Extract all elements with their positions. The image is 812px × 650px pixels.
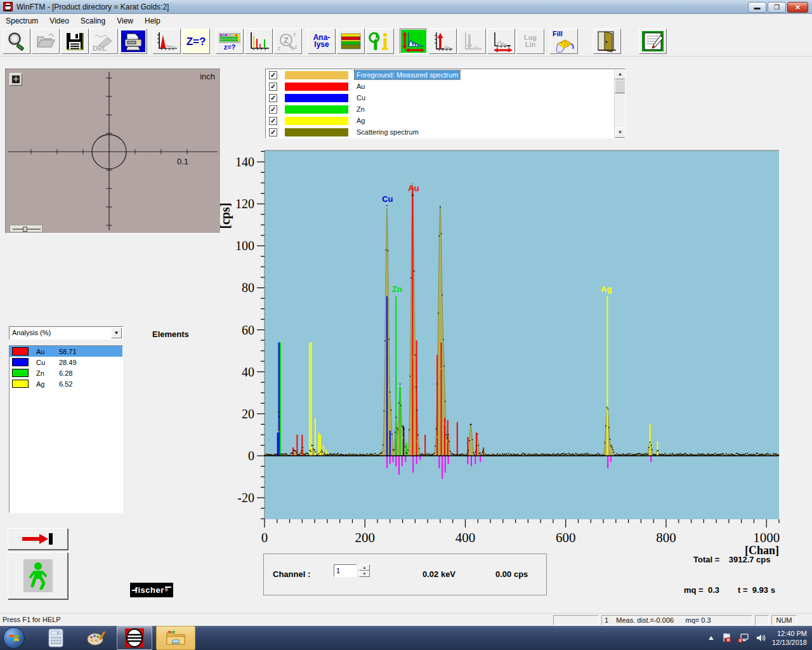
scroll-up-icon[interactable]: ▲ — [615, 69, 625, 79]
element-lines-button[interactable] — [245, 29, 273, 54]
legend-checkbox[interactable]: ✓ — [269, 128, 277, 136]
legend-item-0[interactable]: ✓Foreground: Measured spectrum — [266, 69, 614, 81]
legend-checkbox[interactable]: ✓ — [269, 105, 277, 114]
analyse-button[interactable]: Ana-lyse — [308, 29, 336, 54]
video-scale-label: 0.1 — [177, 157, 188, 166]
windows-flag-icon — [8, 632, 20, 644]
taskbar-explorer[interactable] — [156, 626, 195, 650]
door-icon — [596, 30, 618, 52]
result-row-cu[interactable]: Cu28.49 — [10, 357, 122, 368]
result-row-au[interactable]: Au58.71 — [10, 346, 122, 357]
legend-checkbox[interactable]: ✓ — [269, 94, 277, 102]
taskbar-calculator[interactable]: 0 — [39, 626, 72, 650]
auto-run-button[interactable] — [8, 552, 68, 599]
start-measurement-button[interactable] — [8, 528, 68, 550]
menu-video[interactable]: Video — [44, 15, 74, 27]
start-button[interactable] — [3, 627, 25, 649]
hidden-icons-icon[interactable] — [707, 635, 715, 641]
open-button[interactable] — [32, 29, 60, 54]
legend-checkbox[interactable]: ✓ — [269, 71, 277, 79]
analyse-label-2: lyse — [314, 41, 329, 48]
delete-button[interactable]: DEL — [90, 29, 118, 54]
stage-crosshair — [6, 69, 220, 233]
menu-spectrum[interactable]: Spectrum — [0, 15, 44, 27]
legend-item-5[interactable]: ✓Scattering spectrum — [266, 126, 614, 138]
legend-label[interactable]: Ag — [355, 116, 367, 125]
close-button[interactable]: ✕ — [787, 2, 808, 13]
analysis-results-list[interactable]: Au58.71Cu28.49Zn6.28Ag6.52 — [9, 345, 123, 513]
video-zoom-slider[interactable] — [10, 225, 43, 232]
identify-z-button[interactable]: Z=? — [182, 29, 210, 54]
scale-x-button[interactable] — [487, 29, 515, 54]
svg-text:-20: -20 — [237, 491, 254, 505]
setup-info-button[interactable] — [366, 29, 394, 54]
element-symbol: Ag — [36, 380, 58, 388]
stage-center-button[interactable]: ✛ — [10, 73, 22, 86]
scale-y-button[interactable] — [429, 29, 457, 54]
legend-label[interactable]: Cu — [355, 93, 367, 102]
analysis-mode-value: Analysis (%) — [12, 329, 51, 336]
menu-help[interactable]: Help — [139, 15, 166, 27]
svg-text:1000: 1000 — [753, 530, 780, 545]
periodic-table-button[interactable]: z=? — [216, 29, 244, 54]
legend-label[interactable]: Scattering spectrum — [355, 128, 421, 136]
action-center-flag-icon[interactable] — [721, 633, 731, 643]
log-lin-button[interactable]: LogLin — [516, 29, 544, 54]
spectrum-chart[interactable]: 02004006008001000-20020406080100120140[c… — [219, 147, 787, 560]
spinner-up-icon[interactable]: ▲ — [359, 564, 370, 571]
channel-label: Channel : — [273, 569, 310, 579]
fill-label: Fill — [553, 30, 563, 37]
scale-y-down-button[interactable] — [458, 29, 486, 54]
legend-item-1[interactable]: ✓Au — [266, 81, 614, 92]
legend-color-swatch — [285, 94, 348, 102]
notes-button[interactable] — [639, 29, 667, 54]
legend-checkbox[interactable]: ✓ — [269, 83, 277, 91]
legend-scrollbar[interactable]: ▲ ▼ — [614, 69, 625, 138]
channel-input[interactable]: 1 — [334, 564, 357, 577]
channel-cps-value: 0.00 cps — [495, 569, 528, 579]
menu-scaling[interactable]: Scaling — [75, 15, 111, 27]
legend-item-4[interactable]: ✓Ag — [266, 115, 614, 126]
legend-label[interactable]: Au — [355, 82, 367, 91]
spinner-down-icon[interactable]: ▼ — [359, 571, 370, 577]
status-cell-empty2 — [755, 615, 769, 625]
result-row-ag[interactable]: Ag6.52 — [10, 378, 122, 389]
legend-item-3[interactable]: ✓Zn — [266, 103, 614, 115]
legend-label[interactable]: Zn — [355, 105, 367, 114]
element-percentage: 58.71 — [59, 348, 77, 355]
save-button[interactable] — [61, 29, 89, 54]
scrollbar-thumb[interactable] — [615, 79, 625, 93]
slider-thumb[interactable] — [23, 227, 27, 232]
layers-button[interactable] — [337, 29, 365, 54]
result-row-zn[interactable]: Zn6.28 — [10, 368, 122, 378]
legend-checkbox[interactable]: ✓ — [269, 117, 277, 125]
legend-item-2[interactable]: ✓Cu — [266, 92, 614, 103]
minimize-button[interactable]: ▬ — [748, 2, 766, 13]
svg-text:40: 40 — [242, 365, 254, 379]
zoom-button[interactable] — [3, 29, 30, 54]
scroll-down-icon[interactable]: ▼ — [615, 128, 625, 138]
video-stage-panel[interactable]: inch 0.1 ✛ — [5, 69, 221, 234]
channel-spinner[interactable]: 1 ▲ ▼ — [334, 564, 357, 577]
legend-label[interactable]: Foreground: Measured spectrum — [355, 70, 460, 79]
menu-view[interactable]: View — [111, 15, 139, 27]
combo-dropdown-icon[interactable]: ▼ — [111, 328, 122, 338]
spectrum-peak-button[interactable] — [153, 29, 181, 54]
z-zoom-button[interactable]: Zzzz — [274, 29, 302, 54]
analysis-mode-select[interactable]: Analysis (%) ▼ — [9, 326, 123, 340]
taskbar-winftm[interactable] — [117, 626, 152, 650]
print-button[interactable] — [119, 29, 147, 54]
fill-button[interactable]: Fill — [550, 29, 578, 54]
speaker-icon[interactable] — [756, 633, 766, 643]
paint-icon — [86, 628, 107, 647]
network-error-icon[interactable] — [738, 633, 749, 643]
restore-button[interactable]: ❐ — [768, 2, 786, 13]
element-percentage: 6.52 — [59, 380, 72, 388]
svg-text:Z: Z — [284, 36, 289, 45]
autoscale-button[interactable] — [400, 29, 428, 54]
exit-button[interactable] — [593, 29, 621, 54]
element-color-swatch — [12, 369, 29, 377]
taskbar-clock[interactable]: 12:40 PM 12/13/2018 — [772, 629, 807, 647]
taskbar-paint[interactable] — [80, 626, 113, 650]
element-color-swatch — [12, 380, 29, 388]
